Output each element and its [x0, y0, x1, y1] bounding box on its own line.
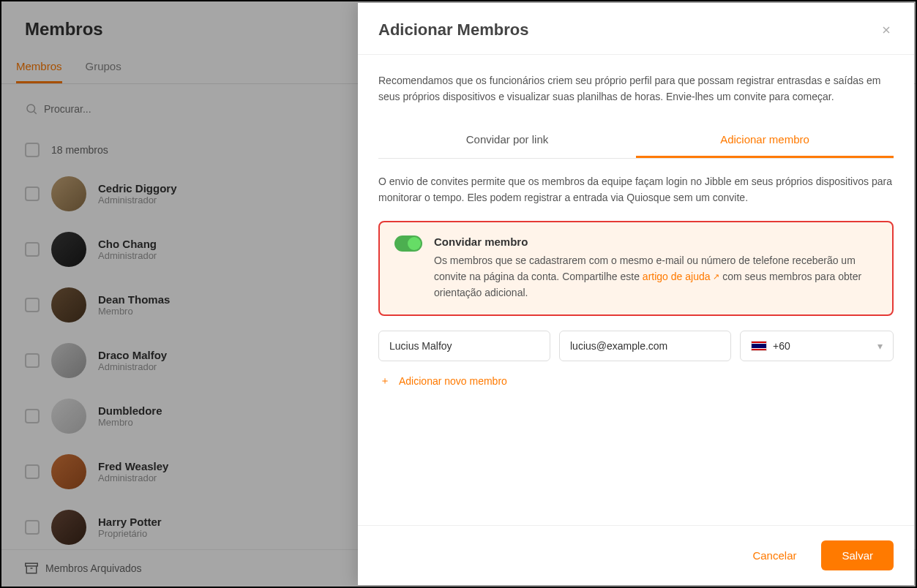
tab-invite-link[interactable]: Convidar por link	[378, 123, 636, 158]
email-input[interactable]	[559, 331, 731, 361]
phone-code: +60	[773, 340, 790, 352]
invite-card: Convidar membro Os membros que se cadast…	[378, 221, 894, 316]
help-article-link[interactable]: artigo de ajuda ↗	[643, 271, 720, 282]
invite-card-title: Convidar membro	[434, 235, 877, 248]
invite-card-text: Os membros que se cadastrarem com o mesm…	[434, 252, 877, 301]
add-members-panel: Adicionar Membros Recomendamos que os fu…	[358, 3, 914, 585]
close-button[interactable]	[879, 23, 894, 37]
add-another-label: Adicionar novo membro	[399, 375, 507, 387]
invite-toggle[interactable]	[394, 235, 422, 252]
chevron-down-icon: ▾	[877, 340, 883, 352]
phone-code-dropdown[interactable]: +60 ▾	[740, 331, 894, 361]
invite-description: O envio de convites permite que os membr…	[378, 173, 894, 206]
cancel-button[interactable]: Cancelar	[736, 540, 812, 570]
add-another-member[interactable]: ＋ Adicionar novo membro	[378, 374, 894, 388]
plus-icon: ＋	[378, 374, 392, 388]
tab-add-member[interactable]: Adicionar membro	[636, 123, 894, 158]
flag-icon	[751, 341, 767, 351]
intro-text: Recomendamos que os funcionários criem s…	[378, 72, 894, 105]
save-button[interactable]: Salvar	[821, 540, 894, 570]
modal-tabs: Convidar por link Adicionar membro	[378, 123, 894, 159]
name-input[interactable]	[378, 331, 550, 361]
close-icon	[880, 24, 892, 36]
modal-title: Adicionar Membros	[378, 20, 528, 39]
